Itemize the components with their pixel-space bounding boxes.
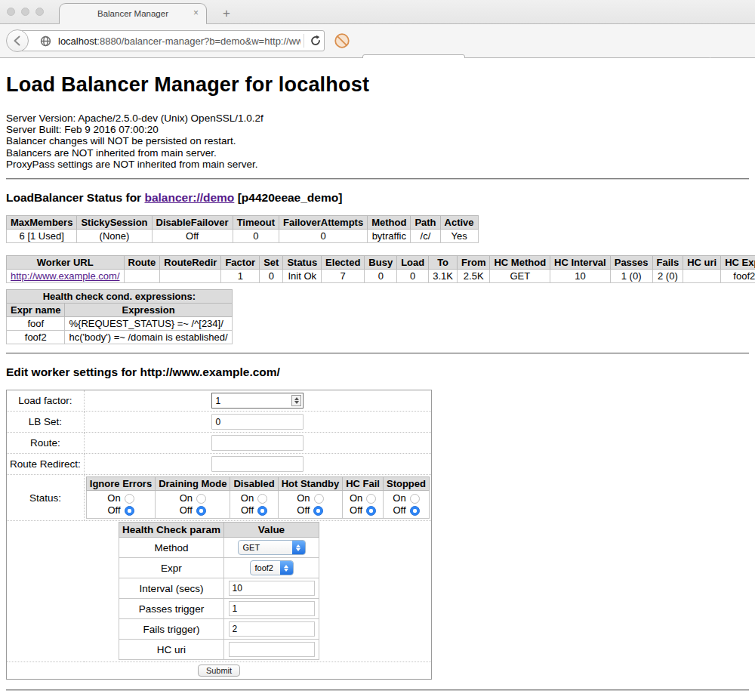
route-input[interactable] xyxy=(211,435,304,451)
status-label: Status: xyxy=(7,475,85,521)
hc-fail-on-radio[interactable] xyxy=(366,494,376,504)
col-busy: Busy xyxy=(365,256,397,270)
col-hc-method: HC Method xyxy=(490,256,550,270)
hc-method-select[interactable]: GET xyxy=(238,540,306,555)
inherit-notice-line: Balancers are NOT inherited from main se… xyxy=(6,147,749,159)
health-check-param-table: Health Check param Value Method GET xyxy=(119,522,319,660)
radio-off-label: Off xyxy=(393,504,405,517)
window-close-button[interactable] xyxy=(7,8,15,16)
radio-on-label: On xyxy=(180,492,193,504)
hc-uri-row: HC uri xyxy=(119,640,319,660)
ignore-errors-off-radio[interactable] xyxy=(125,506,134,516)
draining-mode-cell: On Off xyxy=(156,491,230,519)
adblock-icon[interactable] xyxy=(334,32,350,49)
disabled-on-radio[interactable] xyxy=(257,494,267,504)
col-route: Route xyxy=(124,256,160,270)
window-zoom-button[interactable] xyxy=(35,8,44,16)
load-factor-label: Load factor: xyxy=(7,390,85,412)
col-disablefailover: DisableFailover xyxy=(152,216,233,230)
cell-routeredir xyxy=(160,270,221,283)
hc-expr-select[interactable]: foof2 xyxy=(250,560,294,575)
hc-method-selected-value: GET xyxy=(239,543,292,552)
reload-icon[interactable] xyxy=(307,32,324,49)
page-content: Load Balancer Manager for localhost Serv… xyxy=(0,58,755,700)
col-active: Active xyxy=(440,216,478,230)
hot-standby-on-radio[interactable] xyxy=(314,494,324,504)
hc-passes-row: Passes trigger xyxy=(119,599,319,619)
cell-maxmembers: 6 [1 Used] xyxy=(7,230,77,243)
radio-on-label: On xyxy=(350,492,362,504)
ignore-errors-on-radio[interactable] xyxy=(125,494,134,504)
disabled-off-radio[interactable] xyxy=(257,506,267,516)
lb-set-input[interactable] xyxy=(211,414,304,430)
cell-stickysession: (None) xyxy=(77,230,152,243)
stopped-off-radio[interactable] xyxy=(410,506,420,516)
select-stepper-icon xyxy=(292,541,305,554)
submit-button[interactable]: Submit xyxy=(198,665,240,677)
col-worker-url: Worker URL xyxy=(7,256,125,270)
submit-row: Submit xyxy=(7,662,432,680)
stopped-on-radio[interactable] xyxy=(410,494,420,504)
col-load: Load xyxy=(397,256,429,270)
col-draining-mode: Draining Mode xyxy=(156,477,230,491)
balancer-demo-link[interactable]: balancer://demo xyxy=(144,191,234,204)
cell-timeout: 0 xyxy=(233,230,279,243)
stopped-cell: On Off xyxy=(383,491,429,519)
tab-title: Balancer Manager xyxy=(97,9,168,18)
number-spinner-icon[interactable] xyxy=(291,395,301,406)
new-tab-button[interactable]: + xyxy=(223,6,230,21)
col-maxmembers: MaxMembers xyxy=(7,216,77,230)
proxypass-notice-line: ProxyPass settings are NOT inherited fro… xyxy=(6,159,749,170)
col-elected: Elected xyxy=(322,256,365,270)
hc-fail-off-radio[interactable] xyxy=(366,506,376,516)
col-expr-name: Expr name xyxy=(7,304,65,317)
col-hot-standby: Hot Standby xyxy=(278,477,343,491)
hc-passes-input[interactable] xyxy=(229,601,315,616)
url-domain: localhost xyxy=(58,35,97,47)
cell-busy: 0 xyxy=(365,270,397,283)
url-text[interactable]: localhost:8880/balancer-manager?b=demo&w… xyxy=(58,35,300,47)
browser-tab[interactable]: Balancer Manager × xyxy=(59,3,207,23)
cell-hc-uri xyxy=(683,270,721,283)
col-from: From xyxy=(457,256,490,270)
cell-load: 0 xyxy=(397,270,429,283)
table-title-row: Health check cond. expressions: xyxy=(7,290,233,304)
col-passes: Passes xyxy=(610,256,652,270)
status-heading-prefix: LoadBalancer Status for xyxy=(6,191,144,204)
hc-fails-label: Fails trigger) xyxy=(119,619,224,640)
route-redirect-label: Route Redirect: xyxy=(7,454,85,475)
load-factor-input[interactable] xyxy=(211,393,304,409)
cell-status: Init Ok xyxy=(283,270,322,283)
route-label: Route: xyxy=(7,433,85,454)
lb-set-label: LB Set: xyxy=(7,412,85,433)
hc-uri-input[interactable] xyxy=(229,642,315,657)
col-ignore-errors: Ignore Errors xyxy=(86,477,155,491)
hc-expr-selected-value: foof2 xyxy=(251,563,280,572)
load-factor-row: Load factor: xyxy=(7,390,432,412)
window-minimize-button[interactable] xyxy=(21,8,29,16)
col-set: Set xyxy=(260,256,283,270)
url-bar[interactable]: localhost:8880/balancer-manager?b=demo&w… xyxy=(18,30,325,51)
back-button[interactable] xyxy=(6,29,29,52)
hot-standby-off-radio[interactable] xyxy=(313,506,323,516)
hc-method-row: Method GET xyxy=(119,538,319,558)
cell-active: Yes xyxy=(440,230,478,243)
route-redirect-input[interactable] xyxy=(211,456,304,472)
col-expression: Expression xyxy=(65,304,232,317)
balancer-status-table: MaxMembers StickySession DisableFailover… xyxy=(6,215,479,243)
persist-notice-line: Balancer changes will NOT be persisted o… xyxy=(6,135,749,146)
radio-on-label: On xyxy=(297,492,310,504)
browser-window: Balancer Manager × + Search xyxy=(0,0,755,700)
tab-close-icon[interactable]: × xyxy=(193,8,199,18)
hc-interval-input[interactable] xyxy=(229,581,315,596)
draining-mode-on-radio[interactable] xyxy=(196,494,206,504)
site-globe-icon[interactable] xyxy=(37,32,54,49)
disabled-cell: On Off xyxy=(230,491,278,519)
hot-standby-cell: On Off xyxy=(278,491,343,519)
hc-fails-row: Fails trigger) xyxy=(119,619,319,640)
draining-mode-off-radio[interactable] xyxy=(196,506,206,516)
hc-fails-input[interactable] xyxy=(229,621,315,637)
health-check-params-row: Health Check param Value Method GET xyxy=(7,521,432,662)
worker-url-link[interactable]: http://www.example.com/ xyxy=(11,270,120,282)
hc-expr-row: Expr foof2 xyxy=(119,558,319,578)
